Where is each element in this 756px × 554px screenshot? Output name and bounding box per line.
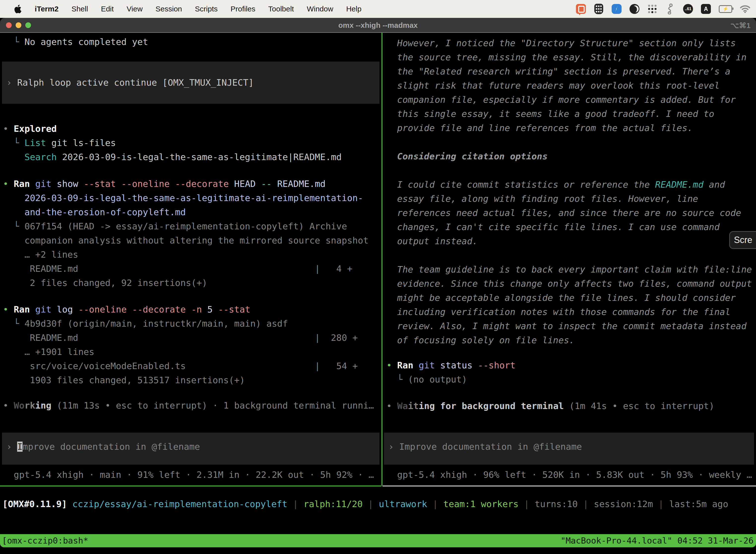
terminal-line: … +1901 lines: [0, 345, 381, 359]
tmux-host-clock: "MacBook-Pro-44.local" 04:52 31-Mar-26: [561, 534, 754, 547]
injected-prompt-text: › Ralph loop active continue [OMX_TMUX_I…: [2, 62, 379, 90]
terminal-line: slight risk that future readers may over…: [394, 78, 756, 93]
terminal-line: evidence. Since this change only affects…: [394, 277, 756, 291]
terminal-line: └ List git ls-files: [0, 136, 381, 150]
terminal-line: 2026-03-09-is-legal-the-same-as-legitima…: [0, 191, 381, 205]
terminal-line: might be acceptable alongside the file l…: [394, 291, 756, 305]
terminal-line: I could cite commit statistics or refere…: [394, 177, 756, 191]
reasoning-paragraph-1: However, I noticed the "Directory Struct…: [383, 36, 756, 135]
terminal-line: └ 4b9d30f (origin/main, instructkr/main,…: [0, 317, 381, 331]
terminal-line: review. Also, I might want to inspect th…: [394, 319, 756, 333]
wifi-icon[interactable]: [740, 3, 751, 14]
reasoning-paragraph-3: The team guideline is to back every impo…: [383, 262, 756, 347]
terminal-line: the "Related research writing" section i…: [394, 64, 756, 78]
left-prompt-input-text: › Improve documentation in @filename: [2, 433, 379, 454]
pane-divider[interactable]: [381, 33, 382, 486]
screen-sharing-button-label: Scre: [734, 235, 752, 245]
moon-app-icon[interactable]: [629, 3, 640, 14]
menu-profiles[interactable]: Profiles: [231, 5, 255, 13]
menu-shell[interactable]: Shell: [71, 5, 88, 13]
messenger-app-icon[interactable]: [611, 3, 622, 14]
terminal-line: └ (no output): [383, 372, 756, 386]
terminal-line: src/voice/voiceModeEnabled.ts | 54 +: [0, 359, 381, 373]
terminal-line: • Ran git log --oneline --decorate -n 5 …: [0, 302, 381, 317]
menu-session[interactable]: Session: [155, 5, 182, 13]
working-status-line: • Working (11m 13s • esc to interrupt) ·…: [0, 398, 381, 412]
left-model-status-line: gpt-5.4 xhigh · main · 91% left · 2.31M …: [0, 467, 381, 482]
terminal-line: gpt-5.4 xhigh · 96% left · 520K in · 5.8…: [383, 467, 756, 482]
waiting-status-line: • Waiting for background terminal (1m 41…: [383, 399, 756, 413]
terminal-line: of focusing solely on file lines.: [394, 333, 756, 347]
terminal-line: this single essay, it seems like a good …: [394, 107, 756, 121]
battery-percent-badge-icon[interactable]: ..61: [683, 3, 693, 14]
terminal-line: • Ran git status --short: [383, 358, 756, 372]
tmux-session-name: [omx-cczip0:bash*: [2, 534, 88, 547]
desktop: iTerm2 Shell Edit View Session Scripts P…: [0, 0, 756, 554]
right-pane-bottom-border: [382, 486, 756, 487]
omx-session-status-bar: [OMX#0.11.9] cczip/essay/ai-reimplementa…: [0, 497, 756, 511]
terminal-line: • Explored: [0, 122, 381, 136]
menu-edit[interactable]: Edit: [101, 5, 114, 13]
menu-iterm2[interactable]: iTerm2: [35, 5, 59, 13]
ran-git-status-section: • Ran git status --short └ (no output): [383, 358, 756, 386]
left-prompt-input[interactable]: › Improve documentation in @filename: [2, 433, 379, 465]
terminal-line: • Waiting for background terminal (1m 41…: [383, 399, 756, 413]
terminal-line: essay file, along with finding root file…: [394, 191, 756, 206]
grid-dots-icon[interactable]: [647, 3, 658, 14]
apple-menu-icon[interactable]: [13, 4, 22, 14]
terminal-line: However, I noticed the "Directory Struct…: [394, 36, 756, 50]
terminal-line: • Ran git show --stat --oneline --decora…: [0, 177, 381, 191]
chat-app-icon[interactable]: [575, 3, 586, 14]
window-shortcut-badge: ⌥⌘1: [731, 21, 751, 30]
a-badge-icon[interactable]: A: [700, 3, 711, 14]
terminal-line: gpt-5.4 xhigh · main · 91% left · 2.31M …: [0, 467, 381, 482]
terminal-line: output instead.: [394, 234, 756, 248]
menu-view[interactable]: View: [127, 5, 143, 13]
menu-window[interactable]: Window: [307, 5, 333, 13]
terminal-line: provide file and line references from th…: [394, 121, 756, 135]
menu-help[interactable]: Help: [346, 5, 362, 13]
menu-scripts[interactable]: Scripts: [195, 5, 218, 13]
terminal-line: README.md | 280 +: [0, 331, 381, 345]
terminal-line: The team guideline is to back every impo…: [394, 262, 756, 277]
terminal-line: including verification notes with those …: [394, 305, 756, 319]
screen-sharing-button[interactable]: Scre: [729, 231, 756, 249]
terminal-line: companion analysis without altering the …: [0, 233, 381, 247]
pane-top-border: [0, 32, 756, 33]
menu-toolbelt[interactable]: Toolbelt: [268, 5, 294, 13]
ran-git-show-section: • Ran git show --stat --oneline --decora…: [0, 177, 381, 290]
terminal-line: └ 067f154 (HEAD -> essay/ai-reimplementa…: [0, 219, 381, 233]
explored-section: • Explored └ List git ls-files Search 20…: [0, 122, 381, 164]
flow-app-icon[interactable]: [665, 3, 676, 14]
terminal-line: 2 files changed, 92 insertions(+): [0, 276, 381, 290]
reasoning-heading: Considering citation options: [383, 149, 756, 163]
injected-prompt-box[interactable]: › Ralph loop active continue [OMX_TMUX_I…: [2, 62, 379, 104]
tmux-status-bar: [omx-cczip0:bash* "MacBook-Pro-44.local"…: [0, 534, 756, 547]
right-prompt-input[interactable]: › Improve documentation in @filename: [384, 433, 754, 465]
right-prompt-input-text: › Improve documentation in @filename: [384, 433, 754, 454]
battery-icon[interactable]: ⚡: [718, 3, 733, 14]
left-pane-bottom-border: [0, 486, 381, 487]
terminal-line: references need actual files, and since …: [394, 206, 756, 220]
right-model-status-line: gpt-5.4 xhigh · 96% left · 520K in · 5.8…: [383, 467, 756, 482]
keyboard-app-icon[interactable]: [593, 3, 604, 14]
macos-menu-bar: iTerm2 Shell Edit View Session Scripts P…: [0, 0, 756, 18]
terminal-content: └ No agents completed yet › Ralph loop a…: [0, 32, 756, 554]
omx-session-status-text: [OMX#0.11.9] cczip/essay/ai-reimplementa…: [0, 497, 756, 511]
window-title-bar: omx --xhigh --madmax ⌥⌘1: [0, 18, 756, 32]
terminal-line: README.md | 4 +: [0, 262, 381, 276]
terminal-line: changes, I can't cite specific file line…: [394, 220, 756, 234]
terminal-line: • Working (11m 13s • esc to interrupt) ·…: [0, 398, 381, 412]
reasoning-paragraph-2: I could cite commit statistics or refere…: [383, 177, 756, 248]
terminal-line: and-the-erosion-of-copyleft.md: [0, 205, 381, 219]
terminal-line: … +2 lines: [0, 247, 381, 262]
terminal-line: Search 2026-03-09-is-legal-the-same-as-l…: [0, 150, 381, 164]
ran-git-log-section: • Ran git log --oneline --decorate -n 5 …: [0, 302, 381, 387]
terminal-line: └ No agents completed yet: [0, 35, 381, 49]
terminal-line: companion file, especially if more comme…: [394, 93, 756, 107]
agents-status-line: └ No agents completed yet: [0, 35, 381, 49]
window-title: omx --xhigh --madmax: [0, 21, 756, 30]
terminal-line: 1903 files changed, 513517 insertions(+): [0, 373, 381, 387]
terminal-line: the source tree, missing the essay. Stil…: [394, 50, 756, 64]
terminal-line: Considering citation options: [394, 149, 756, 163]
